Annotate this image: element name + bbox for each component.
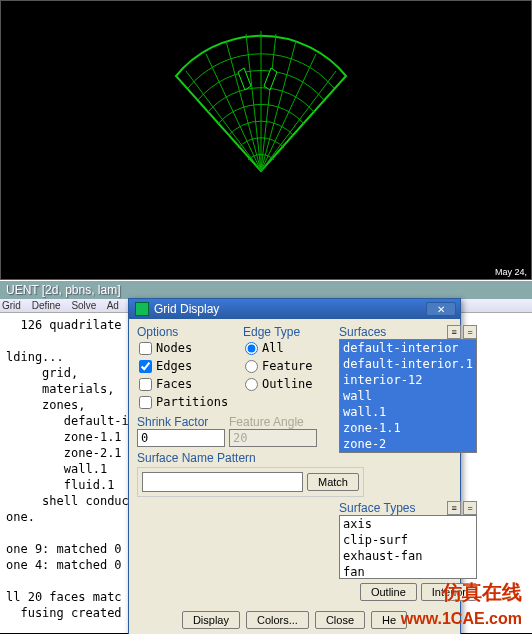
menu-grid[interactable]: Grid: [2, 300, 21, 311]
edges-label: Edges: [156, 359, 192, 373]
list-item[interactable]: wall: [340, 388, 476, 404]
edge-feature-label: Feature: [262, 359, 313, 373]
edge-type-group: Edge Type All Feature Outline: [243, 325, 333, 411]
list-item[interactable]: wall.1: [340, 404, 476, 420]
dialog-title-text: Grid Display: [154, 302, 219, 316]
types-deselect-all-icon[interactable]: =: [463, 501, 477, 515]
list-item[interactable]: zone-2: [340, 436, 476, 452]
surface-name-pattern-group: Surface Name Pattern Match: [137, 451, 333, 497]
main-window-titlebar: UENT [2d, pbns, lam]: [0, 280, 532, 299]
list-item[interactable]: exhaust-fan: [340, 548, 476, 564]
faces-checkbox[interactable]: [139, 378, 152, 391]
surface-types-listbox[interactable]: axis clip-surf exhaust-fan fan: [339, 515, 477, 579]
partitions-label: Partitions: [156, 395, 228, 409]
list-item[interactable]: default-interior.1: [340, 356, 476, 372]
dialog-icon: [135, 302, 149, 316]
watermark-cn: 仿真在线: [442, 579, 522, 606]
options-label: Options: [137, 325, 237, 339]
colors-button[interactable]: Colors...: [246, 611, 309, 629]
grid-display-dialog: Grid Display ✕ Options Nodes Edges Faces…: [128, 298, 461, 634]
list-item[interactable]: clip-surf: [340, 532, 476, 548]
edges-checkbox[interactable]: [139, 360, 152, 373]
shrink-factor-label: Shrink Factor: [137, 415, 229, 429]
close-icon[interactable]: ✕: [426, 302, 456, 316]
list-item[interactable]: fan: [340, 564, 476, 579]
edge-feature-radio[interactable]: [245, 360, 258, 373]
svg-line-1: [206, 54, 261, 171]
watermark-url: www.1CAE.com: [401, 610, 522, 628]
surfaces-deselect-all-icon[interactable]: =: [463, 325, 477, 339]
types-select-all-icon[interactable]: ≡: [447, 501, 461, 515]
dialog-titlebar[interactable]: Grid Display ✕: [129, 299, 460, 319]
mesh-fan-shape: [156, 16, 366, 186]
faces-label: Faces: [156, 377, 192, 391]
close-button[interactable]: Close: [315, 611, 365, 629]
partitions-checkbox[interactable]: [139, 396, 152, 409]
feature-angle-label: Feature Angle: [229, 415, 304, 429]
menu-define[interactable]: Define: [32, 300, 61, 311]
list-item[interactable]: interior-12: [340, 372, 476, 388]
edge-all-label: All: [262, 341, 284, 355]
nodes-label: Nodes: [156, 341, 192, 355]
graphics-viewport[interactable]: May 24,: [0, 0, 532, 280]
match-button[interactable]: Match: [307, 473, 359, 491]
snp-label: Surface Name Pattern: [137, 451, 333, 465]
surface-types-label: Surface Types: [339, 501, 445, 515]
edge-outline-radio[interactable]: [245, 378, 258, 391]
list-item[interactable]: default-interior: [340, 340, 476, 356]
outline-button[interactable]: Outline: [360, 583, 417, 601]
options-group: Options Nodes Edges Faces Partitions: [137, 325, 237, 411]
surfaces-listbox[interactable]: default-interior default-interior.1 inte…: [339, 339, 477, 453]
shrink-feature-row: Shrink Factor Feature Angle: [137, 415, 333, 447]
surface-name-pattern-input[interactable]: [142, 472, 303, 492]
edge-type-label: Edge Type: [243, 325, 333, 339]
edge-outline-label: Outline: [262, 377, 313, 391]
surfaces-select-all-icon[interactable]: ≡: [447, 325, 461, 339]
feature-angle-input: [229, 429, 317, 447]
svg-line-8: [261, 71, 336, 171]
menu-adapt[interactable]: Ad: [107, 300, 119, 311]
surfaces-label: Surfaces: [339, 325, 445, 339]
nodes-checkbox[interactable]: [139, 342, 152, 355]
list-item[interactable]: zone-1.1: [340, 420, 476, 436]
menu-solve[interactable]: Solve: [71, 300, 96, 311]
list-item[interactable]: axis: [340, 516, 476, 532]
display-button[interactable]: Display: [182, 611, 240, 629]
edge-all-radio[interactable]: [245, 342, 258, 355]
viewport-date-label: May 24,: [495, 267, 527, 277]
shrink-factor-input[interactable]: [137, 429, 225, 447]
